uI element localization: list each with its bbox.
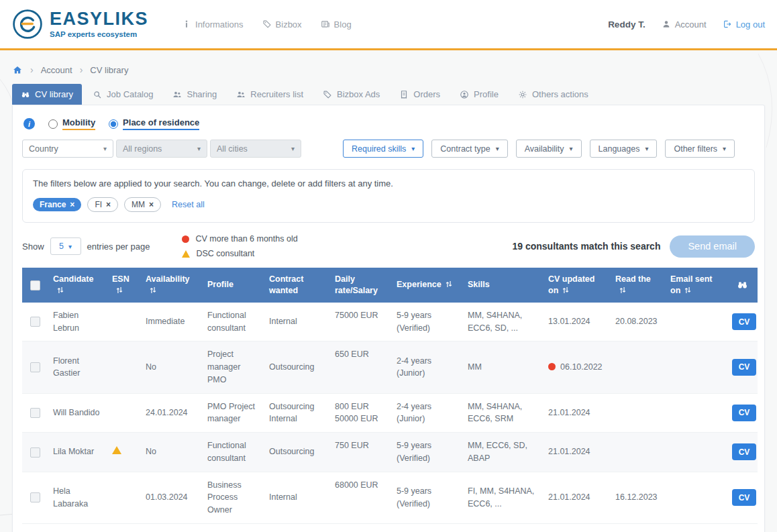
- contract-type-button[interactable]: Contract type ▾: [431, 140, 507, 158]
- view-cv-button[interactable]: CV: [732, 489, 756, 506]
- th-view-cv: [727, 268, 758, 303]
- tab-job-catalog[interactable]: Job Catalog: [84, 84, 162, 105]
- mobility-label: Mobility: [62, 117, 95, 130]
- tab-label: Others actions: [532, 89, 588, 99]
- info-icon[interactable]: i: [23, 118, 35, 129]
- sort-icon: [684, 286, 691, 295]
- row-checkbox[interactable]: [30, 317, 40, 327]
- cell-rate: 750 EUR: [329, 433, 391, 472]
- th-experience[interactable]: Experience: [391, 268, 462, 303]
- brand-text: EASYLIKS SAP experts ecosystem: [50, 10, 148, 38]
- breadcrumb-separator: ›: [80, 64, 83, 75]
- reset-all-link[interactable]: Reset all: [172, 200, 205, 209]
- sort-icon: [150, 286, 156, 295]
- cell-contract: Internal: [264, 303, 329, 341]
- users-icon: [236, 90, 246, 99]
- brand-name: EASYLIKS: [50, 10, 148, 28]
- filter-chip-france[interactable]: France ×: [33, 198, 81, 211]
- th-read-the[interactable]: Read the: [610, 268, 665, 303]
- cell-view-cv: CV: [727, 303, 758, 341]
- button-label: Other filters: [674, 144, 717, 154]
- logout-link[interactable]: Log out: [723, 19, 765, 30]
- tab-recruiters-list[interactable]: Recruiters list: [227, 84, 312, 105]
- cell-profile: Business Process Owner: [202, 472, 264, 523]
- legend-label: CV more than 6 months old: [195, 234, 297, 244]
- tab-profile[interactable]: Profile: [451, 84, 507, 105]
- brand-tagline: SAP experts ecosystem: [50, 30, 148, 38]
- th-cv-updated[interactable]: CV updated on: [543, 268, 610, 303]
- view-cv-button[interactable]: CV: [732, 313, 756, 330]
- cell-rate: 68000 EUR: [329, 472, 391, 523]
- page-size-value: 5: [59, 242, 64, 251]
- radio-place-of-residence[interactable]: Place of residence: [109, 117, 199, 130]
- th-label: CV updated on: [548, 274, 594, 295]
- regions-select[interactable]: All regions ▾: [116, 140, 207, 158]
- view-cv-button[interactable]: CV: [732, 405, 756, 421]
- page-size-select[interactable]: 5 ▾: [50, 237, 81, 255]
- row-checkbox[interactable]: [30, 408, 40, 418]
- row-checkbox[interactable]: [30, 492, 40, 502]
- filter-chip-fi[interactable]: FI ×: [87, 197, 118, 212]
- chevron-down-icon: ▾: [197, 145, 201, 152]
- row-checkbox[interactable]: [30, 362, 40, 372]
- close-icon[interactable]: ×: [149, 201, 154, 209]
- regions-value: All regions: [123, 144, 162, 154]
- th-candidate[interactable]: Candidate: [48, 268, 107, 303]
- cell-contract: Outsourcing: [264, 433, 329, 472]
- cell-experience: 2-4 years (Junior): [391, 393, 462, 433]
- languages-button[interactable]: Languages ▾: [590, 140, 658, 158]
- select-all-checkbox[interactable]: [30, 280, 40, 290]
- close-icon[interactable]: ×: [70, 201, 74, 209]
- cell-read: [610, 393, 665, 433]
- cell-select: [22, 393, 48, 433]
- cell-skills: MM, S4HANA, ECC6, SD, ...: [462, 303, 543, 341]
- th-esn[interactable]: ESN: [107, 268, 140, 303]
- mobility-radio[interactable]: [48, 119, 58, 129]
- newspaper-icon: [321, 19, 330, 29]
- residence-radio[interactable]: [109, 119, 118, 129]
- tab-cv-library[interactable]: CV library: [12, 84, 82, 105]
- entries-label: entries per page: [87, 242, 150, 252]
- sort-icon: [562, 286, 569, 295]
- table-body: Fabien Lebrun Immediate Functional consu…: [22, 303, 758, 524]
- cell-email-sent: [665, 472, 727, 523]
- send-email-button[interactable]: Send email: [670, 235, 755, 258]
- tab-others-actions[interactable]: Others actions: [509, 84, 597, 105]
- sort-icon: [116, 286, 123, 295]
- row-checkbox[interactable]: [30, 447, 40, 458]
- close-icon[interactable]: ×: [106, 201, 111, 209]
- table-row: Hela Labaraka 01.03.2024 Business Proces…: [22, 472, 758, 523]
- availability-button[interactable]: Availability ▾: [516, 140, 582, 158]
- account-link[interactable]: Account: [662, 19, 707, 30]
- nav-blog[interactable]: Blog: [321, 19, 352, 30]
- filter-chip-mm[interactable]: MM ×: [124, 197, 161, 212]
- country-select[interactable]: Country ▾: [22, 140, 113, 158]
- view-cv-button[interactable]: CV: [732, 443, 756, 460]
- gears-icon: [518, 90, 527, 99]
- tab-sharing[interactable]: Sharing: [164, 84, 225, 105]
- cell-rate: 650 EUR: [329, 341, 391, 393]
- cell-select: [22, 303, 48, 341]
- cell-view-cv: CV: [727, 433, 758, 472]
- tab-orders[interactable]: Orders: [391, 84, 449, 105]
- other-filters-button[interactable]: Other filters ▾: [665, 140, 735, 158]
- red-dot-icon: [182, 235, 189, 243]
- required-skills-button[interactable]: Required skills ▾: [343, 140, 423, 158]
- th-email-sent[interactable]: Email sent on: [665, 268, 727, 303]
- brand[interactable]: EASYLIKS SAP experts ecosystem: [12, 9, 148, 40]
- cities-select[interactable]: All cities ▾: [210, 140, 301, 158]
- cell-email-sent: [665, 433, 727, 472]
- radio-mobility[interactable]: Mobility: [48, 117, 95, 130]
- tab-label: Orders: [413, 89, 440, 99]
- cell-skills: MM, S4HANA, ECC6, SRM: [462, 393, 543, 433]
- home-icon[interactable]: [12, 65, 23, 75]
- view-cv-button[interactable]: CV: [732, 359, 756, 376]
- person-circle-icon: [460, 90, 469, 99]
- th-availability[interactable]: Availability: [140, 268, 202, 303]
- info-icon: [182, 19, 191, 29]
- tab-bizbox-ads[interactable]: Bizbox Ads: [314, 84, 389, 105]
- breadcrumb-account[interactable]: Account: [41, 65, 72, 75]
- cell-contract: Outsourcing: [264, 341, 329, 393]
- nav-informations[interactable]: Informations: [182, 19, 244, 30]
- nav-bizbox[interactable]: Bizbox: [262, 19, 302, 30]
